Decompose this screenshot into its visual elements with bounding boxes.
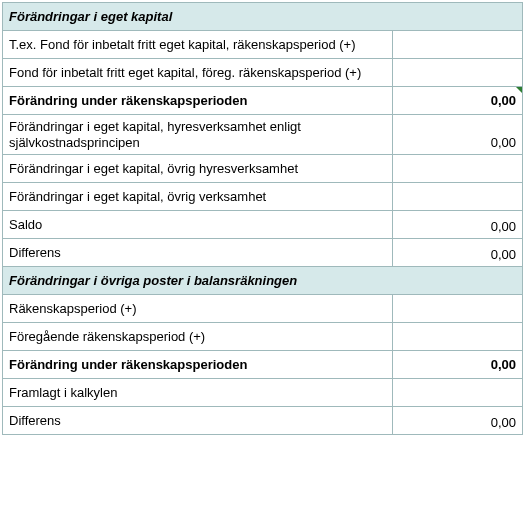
table-row: Förändringar i eget kapital, hyresverksa… xyxy=(3,115,523,155)
table-row: Förändring under räkenskapsperioden 0,00 xyxy=(3,87,523,115)
section-header-row: Förändringar i eget kapital xyxy=(3,3,523,31)
table-row: Differens 0,00 xyxy=(3,239,523,267)
table-row: Föregående räkenskapsperiod (+) xyxy=(3,323,523,351)
row-label: Föregående räkenskapsperiod (+) xyxy=(3,323,393,351)
row-value xyxy=(393,59,523,87)
table-row: Förändringar i eget kapital, övrig hyres… xyxy=(3,155,523,183)
row-label: Förändringar i eget kapital, övrig verks… xyxy=(3,183,393,211)
row-value: 0,00 xyxy=(393,115,523,155)
financial-table: Förändringar i eget kapital T.ex. Fond f… xyxy=(2,2,523,435)
row-label: Räkenskapsperiod (+) xyxy=(3,295,393,323)
row-value xyxy=(393,155,523,183)
table-row: Framlagt i kalkylen xyxy=(3,379,523,407)
row-label: Differens xyxy=(3,239,393,267)
table-row: Saldo 0,00 xyxy=(3,211,523,239)
row-value xyxy=(393,323,523,351)
cell-indicator-icon xyxy=(516,87,522,93)
row-label: T.ex. Fond för inbetalt fritt eget kapit… xyxy=(3,31,393,59)
row-value: 0,00 xyxy=(393,211,523,239)
row-value xyxy=(393,183,523,211)
table-row: Förändring under räkenskapsperioden 0,00 xyxy=(3,351,523,379)
row-label: Förändring under räkenskapsperioden xyxy=(3,351,393,379)
row-label: Förändring under räkenskapsperioden xyxy=(3,87,393,115)
table-row: T.ex. Fond för inbetalt fritt eget kapit… xyxy=(3,31,523,59)
row-value xyxy=(393,379,523,407)
row-value xyxy=(393,31,523,59)
section-header-row: Förändringar i övriga poster i balansräk… xyxy=(3,267,523,295)
row-label: Fond för inbetalt fritt eget kapital, fö… xyxy=(3,59,393,87)
row-label: Differens xyxy=(3,407,393,435)
table-row: Fond för inbetalt fritt eget kapital, fö… xyxy=(3,59,523,87)
row-value: 0,00 xyxy=(393,351,523,379)
row-value xyxy=(393,295,523,323)
row-value: 0,00 xyxy=(393,239,523,267)
row-label: Förändringar i eget kapital, övrig hyres… xyxy=(3,155,393,183)
row-value: 0,00 xyxy=(393,87,523,115)
table-row: Förändringar i eget kapital, övrig verks… xyxy=(3,183,523,211)
section-title: Förändringar i övriga poster i balansräk… xyxy=(3,267,523,295)
table-row: Differens 0,00 xyxy=(3,407,523,435)
row-value: 0,00 xyxy=(393,407,523,435)
row-label: Framlagt i kalkylen xyxy=(3,379,393,407)
row-label: Saldo xyxy=(3,211,393,239)
row-value-text: 0,00 xyxy=(491,93,516,108)
row-label: Förändringar i eget kapital, hyresverksa… xyxy=(3,115,393,155)
section-title: Förändringar i eget kapital xyxy=(3,3,523,31)
table-row: Räkenskapsperiod (+) xyxy=(3,295,523,323)
